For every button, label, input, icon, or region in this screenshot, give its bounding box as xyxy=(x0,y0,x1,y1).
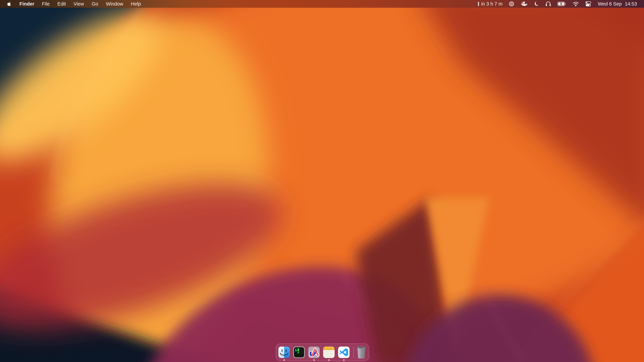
headphones-icon xyxy=(546,1,551,6)
running-indicator xyxy=(343,359,345,361)
menu-item-file[interactable]: File xyxy=(38,0,54,8)
menu-item-view[interactable]: View xyxy=(70,0,88,8)
running-indicator xyxy=(328,359,330,361)
menu-item-label: Edit xyxy=(57,1,66,7)
menu-item-window[interactable]: Window xyxy=(102,0,127,8)
clock-date: Wed 6 Sep xyxy=(598,1,622,7)
focus-moon-icon xyxy=(534,1,539,6)
dock-item-notes[interactable] xyxy=(323,347,334,358)
finder-icon xyxy=(278,347,290,358)
dock-item-finder[interactable] xyxy=(278,347,290,358)
timer-menu-item[interactable]: in 3 h 7 m xyxy=(478,0,502,8)
dock-item-vscode[interactable] xyxy=(338,347,350,358)
menu-item-label: File xyxy=(42,1,50,7)
dock-item-trash[interactable] xyxy=(356,346,366,359)
apple-menu[interactable] xyxy=(0,0,16,8)
status-bar-icon xyxy=(478,1,479,6)
terminal-prompt: $ xyxy=(295,348,297,352)
terminal-icon: $ xyxy=(293,347,305,358)
trash-icon xyxy=(356,346,366,359)
battery-charging-icon xyxy=(558,1,566,6)
clock-time: 14:53 xyxy=(625,1,637,7)
control-center-menu-item[interactable] xyxy=(585,0,591,8)
focus-menu-item[interactable] xyxy=(534,0,539,8)
dock-separator xyxy=(353,347,354,358)
app-menu-label: Finder xyxy=(20,1,34,7)
menu-item-help[interactable]: Help xyxy=(127,0,145,8)
wallpaper-ventura xyxy=(0,0,644,362)
wifi-menu-item[interactable] xyxy=(572,0,579,8)
menu-item-label: Help xyxy=(131,1,141,7)
docker-menu-item[interactable] xyxy=(520,0,527,8)
headphones-menu-item[interactable] xyxy=(546,0,551,8)
one-password-menu-item[interactable] xyxy=(509,0,514,8)
menu-item-go[interactable]: Go xyxy=(88,0,102,8)
notes-icon xyxy=(323,347,334,358)
battery-menu-item[interactable] xyxy=(558,0,566,8)
dock-item-terminal[interactable]: $ xyxy=(293,347,305,358)
menu-item-label: View xyxy=(74,1,84,7)
desktop: Finder File Edit View Go Window Help in … xyxy=(0,0,644,362)
docker-icon xyxy=(520,1,527,6)
app-menu-finder[interactable]: Finder xyxy=(16,0,38,8)
apple-icon xyxy=(6,1,12,6)
menu-bar-status: in 3 h 7 m xyxy=(478,0,644,8)
timer-label: in 3 h 7 m xyxy=(481,1,502,7)
menu-bar-left: Finder File Edit View Go Window Help xyxy=(0,0,145,8)
menu-bar: Finder File Edit View Go Window Help in … xyxy=(0,0,644,8)
a-letter-app-icon xyxy=(308,347,320,358)
running-indicator xyxy=(313,359,315,361)
menu-item-label: Window xyxy=(106,1,123,7)
one-password-icon xyxy=(509,1,514,6)
vscode-icon xyxy=(338,347,350,358)
menu-item-edit[interactable]: Edit xyxy=(54,0,70,8)
running-indicator xyxy=(284,359,285,361)
control-center-icon xyxy=(585,1,591,6)
wifi-icon xyxy=(572,1,579,6)
clock[interactable]: Wed 6 Sep 14:53 xyxy=(598,0,637,8)
menu-item-label: Go xyxy=(92,1,98,7)
dock-item-a-design-app[interactable] xyxy=(308,347,320,358)
dock: $ xyxy=(276,344,369,361)
